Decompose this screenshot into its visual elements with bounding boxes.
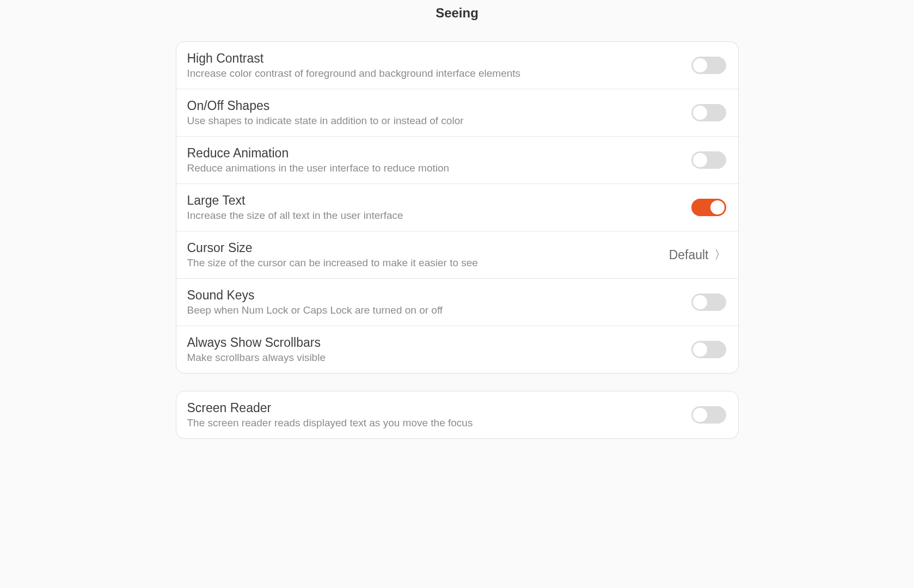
high-contrast-row[interactable]: High Contrast Increase color contrast of… (176, 42, 738, 89)
row-title: High Contrast (187, 51, 691, 66)
toggle-knob (710, 200, 725, 215)
row-subtitle: Reduce animations in the user interface … (187, 162, 691, 174)
large-text-row[interactable]: Large Text Increase the size of all text… (176, 184, 738, 231)
row-text: Cursor Size The size of the cursor can b… (187, 241, 669, 269)
toggle-knob (693, 58, 707, 72)
row-subtitle: Make scrollbars always visible (187, 352, 691, 364)
row-text: Screen Reader The screen reader reads di… (187, 401, 691, 429)
row-text: Sound Keys Beep when Num Lock or Caps Lo… (187, 288, 691, 316)
cursor-size-value: Default (669, 248, 709, 262)
high-contrast-toggle[interactable] (691, 57, 726, 74)
toggle-knob (693, 342, 707, 357)
chevron-right-icon: 〉 (714, 249, 726, 261)
row-title: Large Text (187, 193, 691, 208)
row-text: On/Off Shapes Use shapes to indicate sta… (187, 99, 691, 127)
settings-container: High Contrast Increase color contrast of… (176, 41, 739, 439)
row-text: Large Text Increase the size of all text… (187, 193, 691, 222)
row-text: Reduce Animation Reduce animations in th… (187, 146, 691, 174)
row-title: On/Off Shapes (187, 99, 691, 113)
toggle-knob (693, 295, 707, 309)
row-subtitle: Increase the size of all text in the use… (187, 210, 691, 222)
row-title: Screen Reader (187, 401, 691, 415)
settings-group-screen-reader: Screen Reader The screen reader reads di… (176, 391, 739, 439)
row-subtitle: Use shapes to indicate state in addition… (187, 115, 691, 127)
screen-reader-row[interactable]: Screen Reader The screen reader reads di… (176, 391, 738, 438)
cursor-size-select[interactable]: Default 〉 (669, 248, 726, 262)
row-title: Always Show Scrollbars (187, 335, 691, 350)
settings-group-seeing: High Contrast Increase color contrast of… (176, 41, 739, 373)
on-off-shapes-row[interactable]: On/Off Shapes Use shapes to indicate sta… (176, 89, 738, 137)
row-subtitle: Increase color contrast of foreground an… (187, 68, 691, 79)
screen-reader-toggle[interactable] (691, 406, 726, 424)
reduce-animation-row[interactable]: Reduce Animation Reduce animations in th… (176, 137, 738, 184)
row-title: Reduce Animation (187, 146, 691, 161)
toggle-knob (693, 408, 707, 422)
large-text-toggle[interactable] (691, 199, 726, 216)
cursor-size-row[interactable]: Cursor Size The size of the cursor can b… (176, 231, 738, 279)
row-subtitle: The size of the cursor can be increased … (187, 257, 669, 269)
always-show-scrollbars-row[interactable]: Always Show Scrollbars Make scrollbars a… (176, 326, 738, 373)
row-title: Cursor Size (187, 241, 669, 255)
row-text: High Contrast Increase color contrast of… (187, 51, 691, 79)
sound-keys-toggle[interactable] (691, 293, 726, 311)
always-show-scrollbars-toggle[interactable] (691, 341, 726, 358)
sound-keys-row[interactable]: Sound Keys Beep when Num Lock or Caps Lo… (176, 279, 738, 326)
toggle-knob (693, 106, 707, 120)
reduce-animation-toggle[interactable] (691, 151, 726, 169)
row-title: Sound Keys (187, 288, 691, 303)
row-subtitle: The screen reader reads displayed text a… (187, 417, 691, 429)
row-text: Always Show Scrollbars Make scrollbars a… (187, 335, 691, 364)
page-title: Seeing (0, 0, 914, 41)
row-subtitle: Beep when Num Lock or Caps Lock are turn… (187, 304, 691, 316)
toggle-knob (693, 153, 707, 167)
on-off-shapes-toggle[interactable] (691, 104, 726, 121)
